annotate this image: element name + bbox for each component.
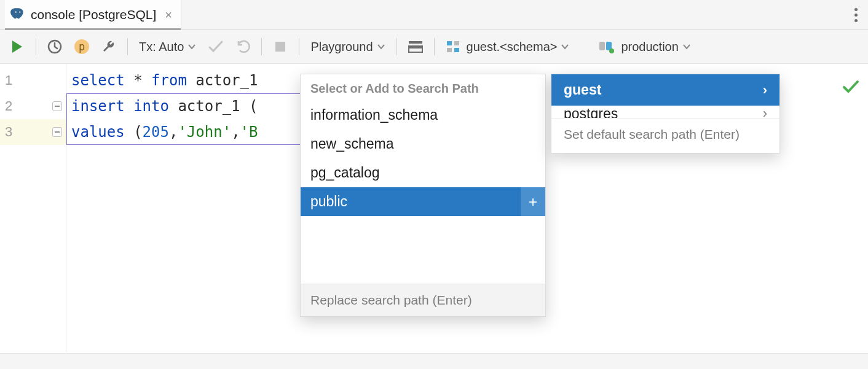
db-option[interactable]: postgres ›	[551, 106, 779, 118]
add-icon[interactable]: +	[521, 187, 545, 216]
schema-tree-icon	[446, 40, 460, 53]
schema-search-path-popup: Select or Add to Search Path information…	[300, 74, 546, 317]
tab-bar: console [PostgreSQL] ×	[0, 0, 868, 30]
separator	[261, 38, 262, 55]
svg-point-1	[19, 12, 20, 13]
playground-dropdown[interactable]: Playground	[307, 36, 389, 58]
separator	[36, 38, 36, 55]
schema-option[interactable]: new_schema	[301, 130, 545, 158]
ok-check-icon	[842, 80, 859, 95]
svg-rect-11	[447, 48, 452, 52]
svg-rect-13	[599, 42, 605, 50]
tx-mode-dropdown[interactable]: Tx: Auto	[135, 36, 200, 58]
popup-footer: Replace search path (Enter)	[301, 284, 545, 316]
line-number: 3	[5, 124, 12, 140]
datasource-icon	[599, 40, 615, 53]
schema-label: guest.<schema>	[467, 40, 558, 54]
layout-icon[interactable]	[404, 36, 427, 58]
session-label: production	[621, 40, 678, 54]
schema-dropdown[interactable]: guest.<schema>	[442, 36, 574, 58]
gutter: 1 2 3	[0, 64, 66, 352]
stop-icon[interactable]	[269, 36, 291, 58]
db-option-selected[interactable]: guest ›	[551, 74, 779, 106]
chevron-down-icon	[377, 42, 385, 51]
chevron-down-icon	[187, 42, 196, 51]
svg-point-0	[15, 12, 17, 13]
schema-option[interactable]: information_schema	[301, 101, 545, 130]
separator	[434, 38, 435, 55]
separator	[127, 38, 128, 55]
toolbar: p Tx: Auto Playground guest.<schema> p	[0, 30, 868, 64]
chevron-down-icon	[682, 42, 691, 51]
popup-header: Select or Add to Search Path	[301, 74, 545, 101]
chevron-right-icon: ›	[763, 82, 767, 98]
fold-icon[interactable]	[52, 127, 62, 137]
rollback-icon[interactable]	[232, 36, 254, 58]
run-button[interactable]	[6, 36, 28, 58]
svg-point-15	[609, 49, 614, 53]
tx-label: Tx: Auto	[139, 40, 184, 54]
svg-rect-10	[454, 41, 459, 45]
history-icon[interactable]	[44, 36, 66, 58]
tab-title: console [PostgreSQL]	[31, 7, 156, 22]
kebab-menu-icon[interactable]	[843, 8, 868, 22]
chevron-right-icon: ›	[763, 106, 767, 118]
separator	[397, 38, 397, 55]
status-bar	[0, 353, 868, 369]
line-number: 2	[5, 98, 12, 114]
schema-option-selected[interactable]: public +	[301, 187, 545, 216]
editor-tab-console[interactable]: console [PostgreSQL] ×	[5, 0, 181, 29]
postgresql-icon	[10, 7, 26, 23]
chevron-down-icon	[561, 42, 569, 51]
svg-rect-6	[409, 41, 422, 44]
svg-rect-12	[454, 48, 459, 52]
database-popup: guest › postgres › Set default search pa…	[551, 74, 780, 153]
wrench-icon[interactable]	[98, 36, 120, 58]
line-number: 1	[5, 72, 12, 88]
svg-text:p: p	[79, 41, 85, 53]
svg-rect-9	[447, 41, 452, 45]
svg-rect-5	[275, 42, 285, 52]
commit-icon[interactable]	[205, 36, 227, 58]
popup-footer: Set default search path (Enter)	[551, 118, 779, 153]
close-icon[interactable]: ×	[165, 8, 172, 22]
parameter-icon[interactable]: p	[71, 36, 93, 58]
playground-label: Playground	[310, 40, 373, 54]
fold-icon[interactable]	[52, 101, 62, 111]
session-dropdown[interactable]: production	[595, 36, 694, 58]
schema-option[interactable]: pg_catalog	[301, 158, 545, 187]
separator	[299, 38, 299, 55]
